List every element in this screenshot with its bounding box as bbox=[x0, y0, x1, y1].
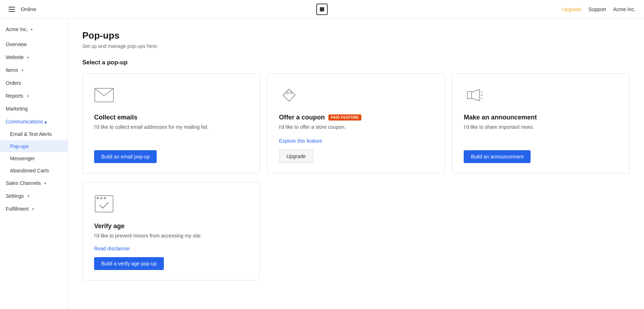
build-email-popup-button[interactable]: Build an email pop-up bbox=[94, 150, 157, 163]
sidebar-item-website[interactable]: Website ▾ bbox=[0, 51, 68, 64]
verify-icon bbox=[94, 194, 114, 214]
chevron-down-icon: ▾ bbox=[28, 194, 29, 198]
sidebar-item-label: Items bbox=[6, 67, 18, 73]
make-announcement-title: Make an announcement bbox=[464, 114, 618, 121]
layout: Acme Inc. ▾ Overview Website ▾ Items ▾ O… bbox=[0, 19, 644, 309]
svg-point-1 bbox=[290, 92, 292, 94]
support-link[interactable]: Support bbox=[589, 6, 606, 12]
svg-line-5 bbox=[480, 98, 482, 99]
svg-line-3 bbox=[480, 91, 482, 92]
sidebar-item-label: Reports bbox=[6, 93, 23, 99]
sidebar-item-pop-ups[interactable]: Pop-ups bbox=[0, 140, 68, 152]
read-disclaimer-link[interactable]: Read disclaimer bbox=[94, 246, 248, 251]
topnav: Online Upgrade Support Acme Inc. bbox=[0, 0, 644, 19]
email-icon bbox=[94, 85, 114, 105]
svg-point-9 bbox=[104, 197, 106, 199]
page-title: Pop-ups bbox=[82, 30, 630, 41]
collect-emails-card: Collect emails I'd like to collect email… bbox=[82, 73, 260, 173]
upgrade-button[interactable]: Upgrade bbox=[279, 149, 313, 163]
square-logo bbox=[316, 4, 328, 15]
collect-emails-desc: I'd like to collect email addresses for … bbox=[94, 124, 248, 143]
sidebar-item-orders[interactable]: Orders bbox=[0, 77, 68, 89]
sidebar-item-fulfillment[interactable]: Fulfillment ▾ bbox=[0, 202, 68, 215]
main-content: Pop-ups Set up and manage pop-ups here. … bbox=[68, 19, 644, 309]
page-subtitle: Set up and manage pop-ups here. bbox=[82, 43, 630, 49]
chevron-down-icon: ▾ bbox=[44, 181, 46, 185]
sidebar-item-email-text-alerts[interactable]: Email & Text Alerts bbox=[0, 128, 68, 140]
svg-point-2 bbox=[286, 92, 288, 94]
hamburger-button[interactable] bbox=[9, 7, 15, 12]
topnav-center bbox=[316, 4, 328, 15]
collect-emails-title: Collect emails bbox=[94, 114, 248, 121]
make-announcement-card: Make an announcement I'd like to share i… bbox=[452, 73, 630, 173]
square-logo-inner bbox=[320, 7, 324, 11]
sidebar-sub-item-label: Email & Text Alerts bbox=[10, 131, 52, 137]
coupon-icon bbox=[279, 85, 299, 105]
sidebar-item-reports[interactable]: Reports ▾ bbox=[0, 89, 68, 102]
sidebar: Acme Inc. ▾ Overview Website ▾ Items ▾ O… bbox=[0, 19, 68, 309]
chevron-down-icon: ▾ bbox=[32, 207, 34, 211]
build-announcement-button[interactable]: Build an announcement bbox=[464, 150, 531, 163]
sidebar-sub-item-label: Messenger bbox=[10, 156, 35, 161]
svg-point-8 bbox=[100, 197, 102, 199]
explore-feature-link[interactable]: Explore this feature bbox=[279, 138, 433, 144]
sidebar-section-label: Communications bbox=[6, 119, 43, 124]
sidebar-item-overview[interactable]: Overview bbox=[0, 38, 68, 51]
topnav-right: Upgrade Support Acme Inc. bbox=[562, 6, 635, 12]
sidebar-item-marketing[interactable]: Marketing bbox=[0, 102, 68, 115]
offer-coupon-title: Offer a coupon PAID FEATURE bbox=[279, 114, 433, 121]
sidebar-item-settings[interactable]: Settings ▾ bbox=[0, 190, 68, 202]
cards-row-2: Verify age I'd like to prevent minors fr… bbox=[82, 182, 630, 280]
account-link[interactable]: Acme Inc. bbox=[613, 6, 635, 12]
chevron-down-icon: ▾ bbox=[27, 55, 29, 59]
sidebar-item-label: Marketing bbox=[6, 106, 28, 112]
chevron-up-icon: ▴ bbox=[44, 119, 47, 124]
verify-age-card: Verify age I'd like to prevent minors fr… bbox=[82, 182, 260, 280]
topnav-title: Online bbox=[21, 6, 36, 12]
make-announcement-desc: I'd like to share important news. bbox=[464, 124, 618, 143]
sidebar-item-label: Orders bbox=[6, 80, 21, 86]
verify-age-desc: I'd like to prevent minors from accessin… bbox=[94, 233, 248, 239]
chevron-down-icon: ▾ bbox=[27, 94, 29, 98]
upgrade-link[interactable]: Upgrade bbox=[562, 6, 581, 12]
sidebar-item-label: Website bbox=[6, 54, 24, 60]
announcement-icon bbox=[464, 85, 484, 105]
sidebar-item-messenger[interactable]: Messenger bbox=[0, 152, 68, 165]
svg-point-7 bbox=[97, 197, 99, 199]
sidebar-account[interactable]: Acme Inc. ▾ bbox=[0, 23, 68, 38]
sidebar-sub-item-label: Abandoned Carts bbox=[10, 168, 49, 173]
sidebar-item-label: Sales Channels bbox=[6, 180, 41, 186]
sidebar-item-abandoned-carts[interactable]: Abandoned Carts bbox=[0, 165, 68, 177]
chevron-down-icon: ▾ bbox=[21, 68, 23, 72]
verify-age-title: Verify age bbox=[94, 222, 248, 230]
paid-feature-badge: PAID FEATURE bbox=[328, 114, 361, 121]
sidebar-sub-item-label: Pop-ups bbox=[10, 143, 29, 149]
sidebar-item-sales-channels[interactable]: Sales Channels ▾ bbox=[0, 177, 68, 190]
sidebar-item-label: Fulfillment bbox=[6, 206, 29, 212]
sidebar-account-label: Acme Inc. bbox=[6, 26, 28, 32]
sidebar-item-items[interactable]: Items ▾ bbox=[0, 64, 68, 77]
offer-coupon-desc: I'd like to offer a store coupon. bbox=[279, 124, 433, 131]
offer-coupon-card: Offer a coupon PAID FEATURE I'd like to … bbox=[267, 73, 445, 173]
section-title: Select a pop-up bbox=[82, 59, 630, 66]
cards-row-1: Collect emails I'd like to collect email… bbox=[82, 73, 630, 173]
sidebar-section-communications[interactable]: Communications ▴ bbox=[0, 115, 68, 128]
chevron-down-icon: ▾ bbox=[31, 28, 33, 31]
sidebar-item-label: Settings bbox=[6, 193, 24, 199]
build-verify-age-button[interactable]: Build a verify age pop-up bbox=[94, 257, 164, 270]
sidebar-item-label: Overview bbox=[6, 41, 26, 47]
